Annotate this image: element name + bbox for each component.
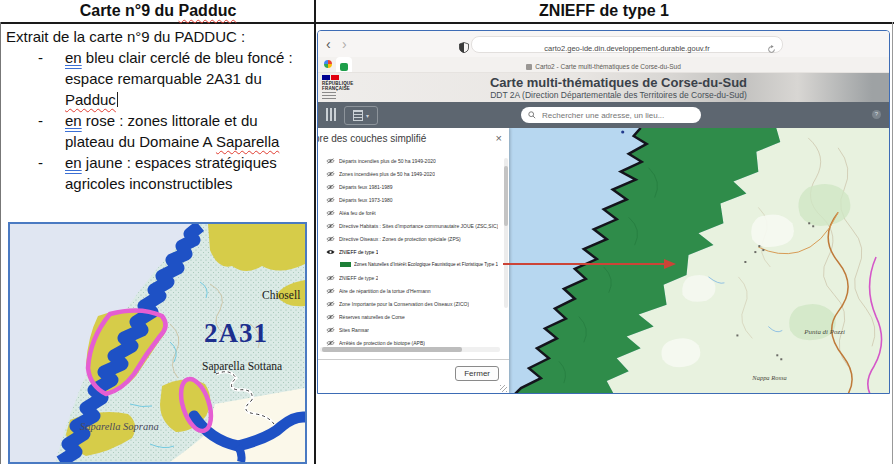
layers-panel-title: bre des couches simplifié — [318, 133, 426, 144]
eye-hidden-icon[interactable] — [326, 210, 335, 216]
bullet-text: bleu clair cerclé de bleu foncé : — [82, 49, 293, 66]
layer-label: ZNIEFF de type 2 — [339, 275, 378, 281]
table-border-left — [0, 22, 1, 464]
eye-hidden-icon[interactable] — [326, 314, 335, 320]
eye-hidden-icon[interactable] — [326, 275, 335, 281]
back-button[interactable]: ‹ — [326, 33, 331, 55]
panel-footer-divider — [318, 359, 509, 360]
layer-row[interactable]: ZNIEFF de type 2 — [318, 271, 504, 284]
url-text: carto2.geo-ide.din.developpement-durable… — [544, 44, 709, 53]
spellcheck-word: Padduc — [65, 91, 116, 108]
bullet-dash: - — [38, 152, 65, 194]
left-text-block: Extrait de la carte n°9 du PADDUC : - en… — [6, 26, 310, 194]
browser-tab[interactable]: Carto2 - Carte multi-thématiques de Cors… — [318, 57, 889, 72]
layer-row[interactable]: Sites Ramsar — [318, 323, 504, 336]
layer-label: Départs feux 1981-1989 — [339, 184, 393, 190]
left-title-text: Carte n°9 du — [80, 2, 179, 19]
place-label-chiosella: Chiosell — [262, 289, 300, 301]
help-icon[interactable]: ? — [872, 110, 881, 119]
carto-map[interactable]: Punta di Pozzi Nappa Rossa — [509, 128, 889, 393]
eye-hidden-icon[interactable] — [326, 288, 335, 294]
layer-row[interactable]: Zone Importante pour la Conservation des… — [318, 297, 504, 310]
eye-hidden-icon[interactable] — [326, 197, 335, 203]
map-content-area: Punta di Pozzi Nappa Rossa bre des couch… — [318, 128, 889, 393]
eye-hidden-icon[interactable] — [326, 301, 335, 307]
basemap-dropdown-button[interactable]: ▾ — [344, 106, 378, 125]
search-bar[interactable] — [521, 107, 701, 123]
list-item: - en bleu clair cerclé de bleu foncé : e… — [38, 47, 310, 110]
vertical-scrollbar[interactable] — [504, 158, 508, 308]
legend-row: Zones Naturelles d'Intérêt Écologique Fa… — [318, 258, 504, 271]
eye-hidden-icon[interactable] — [326, 158, 335, 164]
site-title: Carte multi-thématiques de Corse-du-Sud — [408, 75, 829, 90]
browser-window: ‹ › carto2.geo-ide.din.developpement-dur… — [317, 30, 890, 394]
url-field[interactable]: carto2.geo-ide.din.developpement-durable… — [471, 36, 783, 53]
topo-label-punta: Punta di Pozzi — [803, 328, 845, 336]
scrollbar-thumb[interactable] — [504, 166, 508, 226]
tab-title: Carto2 - Carte multi-thématiques de Cors… — [535, 63, 681, 70]
eye-visible-icon[interactable] — [326, 249, 335, 255]
republique-francaise-logo: RÉPUBLIQUE FRANÇAISE — [322, 75, 358, 99]
bullet-dash: - — [38, 47, 65, 110]
layer-row[interactable]: Directive Habitats : Sites d'importance … — [318, 219, 504, 232]
resize-grip[interactable] — [500, 385, 507, 392]
layer-row[interactable]: Directive Oiseaux : Zones de protection … — [318, 232, 504, 245]
layer-label: Réserves naturelles de Corse — [339, 314, 405, 320]
layer-row[interactable]: Départs incendies plus de 50 ha 1949-202… — [318, 154, 504, 167]
list-item: - en rose : zones littorale et du platea… — [38, 110, 310, 152]
browser-chrome-bar: ‹ › carto2.geo-ide.din.developpement-dur… — [318, 31, 889, 57]
legend-label: Zones Naturelles d'Intérêt Écologique Fa… — [354, 262, 498, 267]
privacy-shield-icon[interactable] — [459, 39, 469, 50]
panels-menu-icon[interactable] — [326, 108, 336, 121]
bullet-text: rose : zones littorale et du — [82, 112, 258, 129]
bullet-dash: - — [38, 110, 65, 152]
eye-hidden-icon[interactable] — [326, 184, 335, 190]
eye-hidden-icon[interactable] — [326, 340, 335, 346]
layer-label: ZNIEFF de type 1 — [339, 249, 378, 255]
french-flag-icon — [322, 75, 358, 80]
layer-label: Directive Habitats : Sites d'importance … — [339, 223, 498, 229]
map-toolbar: ▾ ? — [318, 102, 889, 128]
eye-hidden-icon[interactable] — [326, 171, 335, 177]
spellcheck-word: Saparella — [216, 133, 279, 150]
table-border-right — [892, 22, 893, 464]
browser-tab-strip: Carto2 - Carte multi-thématiques de Cors… — [318, 57, 889, 73]
tab-icon — [526, 64, 532, 70]
list-item: - en jaune : espaces stratégiques agrico… — [38, 152, 310, 194]
layer-row[interactable]: Départs feux 1981-1989 — [318, 180, 504, 193]
bullet-text: espace remarquable 2A31 du — [65, 68, 293, 89]
place-label-sottana: Saparella Sottana — [202, 360, 282, 373]
refresh-icon[interactable] — [767, 40, 776, 49]
layer-row[interactable]: Zones incendiées plus de 50 ha 1949-2020 — [318, 167, 504, 180]
eye-hidden-icon[interactable] — [326, 223, 335, 229]
layer-label: Zone Importante pour la Conservation des… — [339, 301, 469, 307]
layer-row[interactable]: Départs feux 1973-1980 — [318, 193, 504, 206]
layer-label: Sites Ramsar — [339, 327, 369, 333]
grammar-underlined-word: en — [65, 49, 82, 66]
bullet-text: agricoles inconstructibles — [65, 173, 277, 194]
eye-hidden-icon[interactable] — [326, 327, 335, 333]
padduc-map-image: Chiosell 2A31 Saparella Sottana Saparell… — [8, 222, 307, 464]
layer-row[interactable]: Arrêtés de protection de biotope (APB) — [318, 336, 504, 346]
layer-row[interactable]: ZNIEFF de type 1 — [318, 245, 504, 258]
layer-label: Départs feux 1973-1980 — [339, 197, 393, 203]
scrollbar-thumb[interactable] — [322, 347, 462, 352]
forward-button[interactable]: › — [342, 33, 347, 55]
bullet-text: jaune : espaces stratégiques — [82, 154, 277, 171]
site-header-banner: RÉPUBLIQUE FRANÇAISE Carte multi-thémati… — [318, 73, 889, 102]
eye-hidden-icon[interactable] — [326, 236, 335, 242]
layer-row[interactable]: Aléa feu de forêt — [318, 206, 504, 219]
search-icon — [528, 111, 536, 119]
layer-row[interactable]: Réserves naturelles de Corse — [318, 310, 504, 323]
grammar-underlined-word: en — [65, 154, 82, 171]
topo-label-nappa: Nappa Rossa — [751, 374, 786, 381]
layer-row[interactable]: Aire de répartition de la tortue d'Herma… — [318, 284, 504, 297]
search-input[interactable] — [540, 110, 694, 121]
site-subtitle: DDT 2A (Direction Départementale des Ter… — [408, 90, 829, 100]
layers-panel-header: bre des couches simplifié × — [318, 128, 509, 148]
layer-label: Aléa feu de forêt — [339, 210, 376, 216]
close-icon[interactable]: × — [496, 132, 502, 144]
fermer-button[interactable]: Fermer — [455, 366, 499, 381]
layer-label: Zones incendiées plus de 50 ha 1949-2020 — [339, 171, 435, 177]
horizontal-scrollbar[interactable] — [320, 347, 500, 352]
